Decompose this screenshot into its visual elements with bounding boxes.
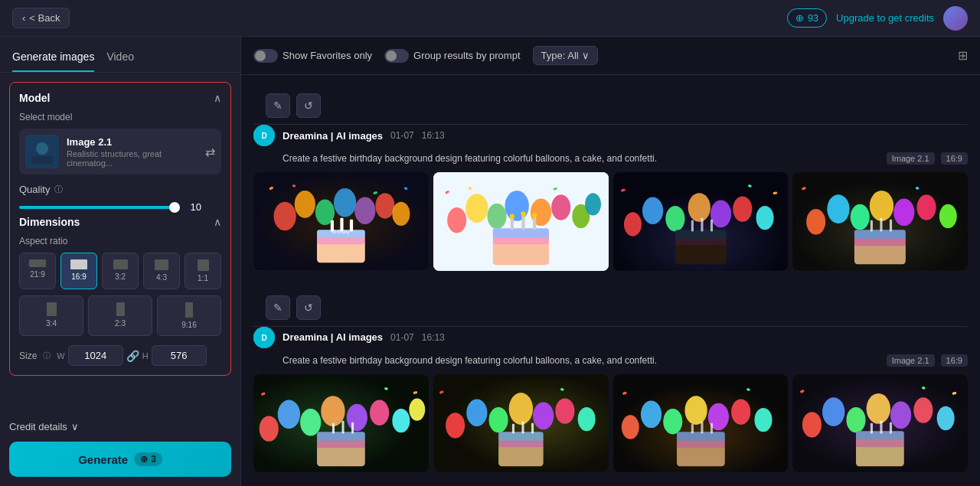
image-card-2-4[interactable] [792, 374, 968, 473]
refresh-btn-2[interactable]: ↺ [296, 295, 321, 320]
edit-btn-1[interactable]: ✎ [266, 93, 290, 118]
tab-video[interactable]: Video [106, 46, 134, 72]
image-card-2-2[interactable] [433, 374, 609, 473]
aspect-ratio-label: Aspect ratio [19, 236, 221, 246]
svg-rect-57 [701, 218, 703, 232]
svg-rect-93 [341, 420, 344, 433]
svg-rect-109 [512, 424, 514, 434]
edit-btn-2[interactable]: ✎ [266, 295, 290, 320]
show-favorites-toggle[interactable] [253, 49, 278, 63]
svg-point-63 [806, 209, 825, 234]
feed-meta-2: D Dreamina | AI images 01-07 16:13 [253, 327, 968, 348]
svg-point-104 [555, 398, 574, 423]
credit-details-label: Credit details [9, 421, 67, 432]
feed-avatar-2: D [253, 327, 275, 348]
upgrade-button[interactable]: Upgrade to get credits [836, 12, 934, 24]
aspect-shape-1-1 [198, 259, 209, 271]
aspect-btn-2-3[interactable]: 2:3 [88, 295, 152, 336]
refresh-btn-1[interactable]: ↺ [296, 93, 321, 118]
svg-point-136 [914, 397, 933, 422]
image-card-1-1[interactable]: Birthday [253, 172, 429, 271]
svg-point-25 [447, 207, 466, 233]
svg-point-133 [847, 407, 866, 432]
svg-rect-58 [710, 220, 712, 232]
gallery-icon[interactable]: ⊞ [958, 48, 968, 63]
aspect-label-3-4: 3:4 [46, 319, 57, 328]
feed-group-2: D Dreamina | AI images 01-07 16:13 Creat… [253, 327, 968, 473]
image-card-2-3[interactable] [613, 374, 789, 473]
model-section-header: Model ∧ [19, 92, 221, 104]
content-area: Show Favorites only Group results by pro… [241, 37, 980, 486]
svg-point-82 [278, 400, 300, 429]
tab-generate-images[interactable]: Generate images [12, 46, 94, 72]
type-filter-chevron: ∨ [582, 50, 590, 61]
aspect-btn-9-16[interactable]: 9:16 [157, 295, 221, 336]
svg-point-88 [409, 398, 425, 420]
svg-point-11 [375, 193, 394, 218]
svg-point-102 [508, 393, 532, 425]
image-card-1-3[interactable] [613, 172, 789, 271]
avatar [943, 6, 968, 31]
back-button[interactable]: ‹ < Back [12, 8, 70, 28]
dimensions-chevron-icon[interactable]: ∧ [214, 216, 221, 228]
svg-point-86 [370, 400, 389, 425]
svg-point-134 [867, 393, 890, 424]
svg-point-103 [533, 402, 554, 429]
quality-slider[interactable] [19, 206, 180, 209]
model-desc: Realistic structures, great cinematog... [67, 149, 198, 168]
quality-row: Quality ⓘ [19, 184, 221, 195]
feed-time-2: 16:13 [422, 332, 445, 343]
svg-point-100 [466, 399, 487, 426]
credit-details-row[interactable]: Credit details ∨ [0, 412, 240, 442]
model-section-title: Model [19, 92, 50, 104]
svg-rect-33 [493, 241, 549, 265]
credits-badge: ⊕ 93 [787, 8, 827, 28]
feed-prompt-row-2: Create a festive birthday background des… [283, 354, 968, 367]
aspect-btn-21-9[interactable]: 21:9 [19, 253, 56, 289]
svg-point-41 [532, 213, 537, 217]
height-label: H [142, 351, 149, 360]
height-input[interactable] [152, 345, 207, 366]
aspect-shape-9-16 [185, 302, 193, 318]
svg-point-26 [466, 194, 488, 223]
generate-credit-badge: ⊕ 3 [134, 452, 162, 466]
swap-icon[interactable]: ⇄ [205, 145, 215, 159]
feed-avatar-1: D [253, 125, 275, 146]
type-filter-label: Type: All [541, 50, 579, 61]
size-info-icon: ⓘ [43, 351, 51, 361]
aspect-btn-4-3[interactable]: 4:3 [143, 253, 180, 289]
feed-ratio-tag-2: 16:9 [941, 354, 968, 367]
svg-point-81 [260, 416, 279, 441]
model-chevron-icon[interactable]: ∧ [214, 92, 221, 104]
action-row-2: ✎ ↺ [253, 289, 968, 327]
svg-point-50 [710, 201, 730, 228]
image-card-1-2[interactable] [433, 172, 609, 271]
aspect-btn-16-9[interactable]: 16:9 [60, 253, 97, 289]
aspect-btn-3-4[interactable]: 3:4 [19, 295, 83, 336]
svg-point-105 [577, 407, 595, 431]
group-results-toggle-group: Group results by prompt [384, 49, 520, 63]
image-card-2-1[interactable] [253, 374, 429, 473]
svg-point-120 [731, 399, 750, 424]
svg-point-39 [509, 214, 514, 218]
image-card-1-4[interactable] [792, 172, 968, 271]
width-input[interactable] [68, 345, 123, 366]
svg-point-118 [684, 396, 707, 425]
aspect-btn-1-1[interactable]: 1:1 [185, 253, 221, 289]
type-filter-button[interactable]: Type: All ∨ [533, 46, 598, 65]
feed-prompt-row-1: Create a festive birthday background des… [283, 152, 968, 165]
group-results-toggle[interactable] [384, 49, 409, 63]
width-label: W [57, 351, 64, 360]
generate-button[interactable]: Generate ⊕ 3 [9, 442, 231, 477]
show-favorites-toggle-group: Show Favorites only [253, 49, 372, 63]
svg-point-85 [347, 403, 368, 431]
aspect-btn-3-2[interactable]: 3:2 [102, 253, 139, 289]
aspect-label-3-2: 3:2 [115, 272, 126, 281]
svg-point-121 [754, 408, 772, 432]
svg-point-49 [688, 193, 710, 222]
svg-point-48 [665, 206, 684, 231]
quality-value: 10 [186, 201, 201, 213]
svg-point-46 [623, 212, 641, 236]
feed-date-1: 01-07 [390, 130, 414, 141]
credits-count: 93 [808, 12, 818, 24]
